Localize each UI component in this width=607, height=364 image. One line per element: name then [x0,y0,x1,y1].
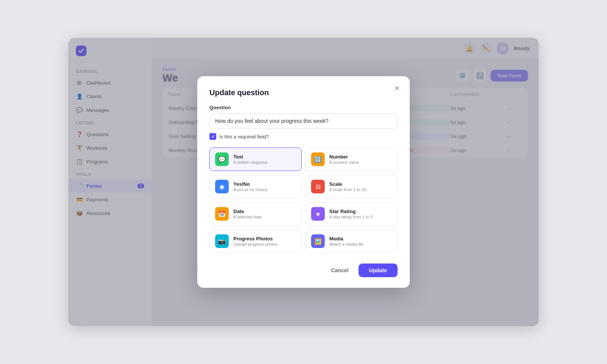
type-option-starrating[interactable]: ★ Star Rating A star rating from 1 to 5 [305,202,398,226]
update-question-modal: ✕ Update question Question Is this a req… [197,76,410,288]
required-row: Is this a required field? [209,133,398,140]
type-desc-scale: A scale from 1 to 10 [329,187,366,192]
type-desc-media: Attach a media file [329,242,364,246]
cancel-button[interactable]: Cancel [326,264,354,276]
type-icon-text: 💬 [215,152,229,166]
type-name-yesno: Yes/No [233,181,267,187]
type-icon-media: 🖼️ [311,234,325,248]
type-option-number[interactable]: 🔢 Number A numeric value [305,147,398,171]
type-name-scale: Scale [329,181,366,187]
type-desc-yesno: A yes or no choice [233,187,267,192]
modal-overlay[interactable]: ✕ Update question Question Is this a req… [68,38,539,326]
type-icon-number: 🔢 [311,152,325,166]
type-option-text[interactable]: 💬 Text A written response [209,147,302,171]
type-desc-text: A written response [233,160,268,165]
app-window: General ⊞ Dashboard 👤 Clients 💬 Messages… [68,38,539,326]
type-desc-starrating: A star rating from 1 to 5 [329,215,373,219]
type-name-starrating: Star Rating [329,209,373,214]
type-option-yesno[interactable]: ◉ Yes/No A yes or no choice [209,175,302,198]
update-button[interactable]: Update [359,264,398,277]
type-icon-progress-photos: 📷 [215,234,229,248]
modal-title: Update question [209,88,398,97]
question-input[interactable] [209,113,398,129]
type-option-media[interactable]: 🖼️ Media Attach a media file [305,229,398,253]
type-icon-yesno: ◉ [215,180,229,193]
modal-close-button[interactable]: ✕ [392,83,402,94]
type-desc-progress-photos: Upload progress photos [233,242,278,246]
question-label: Question [209,105,398,110]
required-label: Is this a required field? [219,134,269,140]
type-desc-number: A numeric value [329,160,359,165]
type-name-date: Date [233,209,262,214]
modal-footer: Cancel Update [209,264,398,277]
type-icon-date: 📅 [215,207,229,221]
type-icon-scale: ⊟ [311,180,325,193]
type-name-text: Text [233,154,268,160]
type-option-scale[interactable]: ⊟ Scale A scale from 1 to 10 [305,175,398,198]
type-name-media: Media [329,236,364,242]
type-option-progress-photos[interactable]: 📷 Progress Photos Upload progress photos [209,229,302,253]
type-option-date[interactable]: 📅 Date A selected date [209,202,302,226]
type-desc-date: A selected date [233,215,262,219]
required-checkbox[interactable] [209,133,216,140]
type-name-progress-photos: Progress Photos [233,236,278,242]
type-icon-starrating: ★ [311,207,325,221]
type-name-number: Number [329,154,359,160]
type-grid: 💬 Text A written response 🔢 Number A num… [209,147,398,253]
